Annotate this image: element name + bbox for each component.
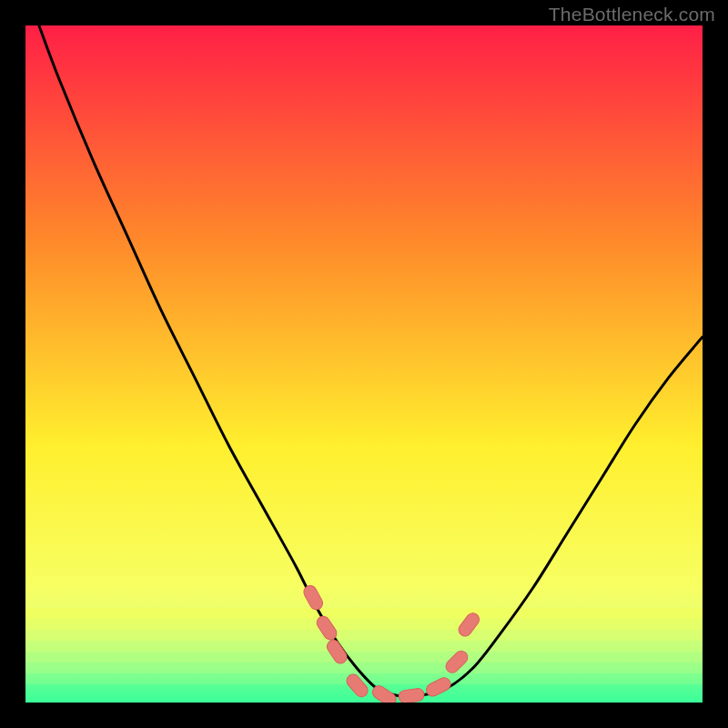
- svg-rect-1: [25, 619, 703, 630]
- svg-rect-4: [25, 652, 703, 662]
- svg-rect-3: [25, 641, 703, 652]
- chart-svg: [25, 25, 703, 703]
- svg-rect-2: [25, 630, 703, 641]
- gradient-background: [25, 25, 703, 703]
- attribution-label: TheBottleneck.com: [549, 4, 715, 25]
- svg-rect-5: [25, 662, 703, 673]
- svg-rect-0: [25, 608, 703, 619]
